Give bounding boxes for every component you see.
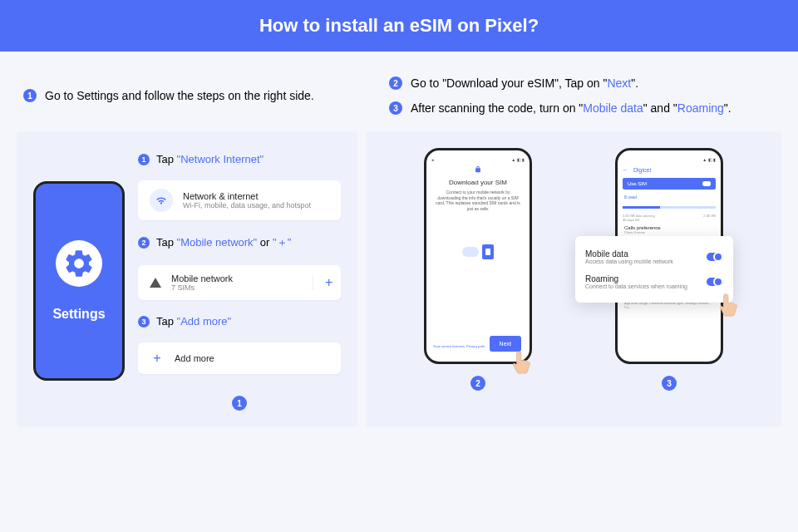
carrier-name: Digicel — [633, 167, 651, 173]
step-bullet-3: 3 — [389, 101, 402, 115]
network-card-sub: Wi-Fi, mobile, data usage, and hotspot — [183, 201, 329, 209]
settings-phone: Settings — [33, 181, 125, 381]
substep-3: 3 Tap "Add more" — [138, 315, 341, 328]
panel-2-label: 2 — [470, 376, 485, 391]
page-title: How to install an eSIM on Pixel? — [259, 15, 539, 36]
sim-icon — [482, 244, 494, 259]
license-links[interactable]: Scan source licenses. Privacy polic — [433, 344, 485, 348]
panel-3-label: 3 — [662, 376, 677, 391]
signal-icon — [150, 278, 161, 288]
mobile-card-title: Mobile network — [171, 273, 303, 283]
mobile-data-popup: Mobile dataAccess data using mobile netw… — [575, 236, 733, 303]
mobile-card-sub: 7 SIMs — [171, 283, 303, 292]
substeps: 1 Tap "Network Internet" Network & inter… — [138, 148, 341, 411]
toggle-on-icon[interactable] — [707, 278, 723, 286]
step-3-text: After scanning the code, turn on "Mobile… — [411, 101, 732, 115]
back-arrow-icon[interactable]: ← — [623, 167, 628, 173]
substep-1: 1 Tap "Network Internet" — [138, 153, 341, 165]
add-more-card[interactable]: + Add more — [138, 342, 341, 374]
pointer-hand-icon — [510, 348, 534, 377]
roaming-toggle[interactable]: RoamingConnect to data services when roa… — [585, 269, 723, 294]
scan-graphic — [431, 244, 525, 259]
download-sim-desc: Connect to your mobile network by downlo… — [431, 190, 525, 211]
step-1-text: Go to Settings and follow the steps on t… — [45, 89, 314, 102]
mobile-data-toggle[interactable]: Mobile dataAccess data using mobile netw… — [585, 244, 723, 269]
data-usage-bar — [623, 206, 716, 209]
addmore-card-title: Add more — [175, 353, 329, 363]
panel-1-label: 1 — [232, 396, 247, 411]
next-button[interactable]: Next — [490, 336, 521, 352]
status-bar: ▲ ◧ ▮ — [623, 157, 716, 162]
back-header[interactable]: ← Digicel — [623, 165, 716, 178]
network-card-title: Network & internet — [183, 191, 329, 201]
panel-2-3: ◂▲ ◧ ▮ Download your SIM Connect to your… — [366, 131, 781, 427]
substep-2: 2 Tap "Mobile network" or "＋" — [138, 235, 341, 250]
settings-label: Settings — [52, 307, 105, 322]
substep-bullet-2: 2 — [138, 237, 150, 249]
plus-icon: + — [150, 351, 165, 366]
lock-icon — [474, 165, 482, 174]
toggle-on-icon[interactable] — [707, 253, 723, 261]
use-sim-toggle[interactable]: Use SIM — [623, 178, 716, 190]
plus-icon[interactable]: + — [313, 275, 329, 290]
usage-label: 8 used — [623, 193, 716, 201]
step-1: 1 Go to Settings and follow the steps on… — [23, 76, 356, 115]
step-bullet-2: 2 — [389, 76, 402, 90]
substep-bullet-3: 3 — [138, 316, 150, 328]
download-sim-title: Download your SIM — [431, 179, 525, 186]
top-steps: 1 Go to Settings and follow the steps on… — [0, 52, 798, 123]
substep-bullet-1: 1 — [138, 154, 150, 165]
mobile-network-card[interactable]: Mobile network 7 SIMs + — [138, 265, 341, 300]
step-3: 3 After scanning the code, turn on "Mobi… — [389, 101, 781, 115]
download-sim-phone: ◂▲ ◧ ▮ Download your SIM Connect to your… — [424, 148, 532, 364]
status-bar: ◂▲ ◧ ▮ — [431, 157, 525, 162]
step-2-text: Go to "Download your eSIM", Tap on "Next… — [411, 76, 638, 90]
step-bullet-1: 1 — [23, 89, 37, 102]
panel-1: Settings 1 Tap "Network Internet" Networ… — [17, 131, 357, 427]
wifi-icon — [150, 189, 173, 212]
cloud-icon — [462, 247, 479, 257]
panels: Settings 1 Tap "Network Internet" Networ… — [0, 123, 798, 444]
page-header: How to install an eSIM on Pixel? — [0, 0, 798, 52]
step-2: 2 Go to "Download your eSIM", Tap on "Ne… — [389, 76, 781, 90]
network-internet-card[interactable]: Network & internet Wi-Fi, mobile, data u… — [138, 180, 341, 220]
gear-icon — [56, 240, 102, 287]
